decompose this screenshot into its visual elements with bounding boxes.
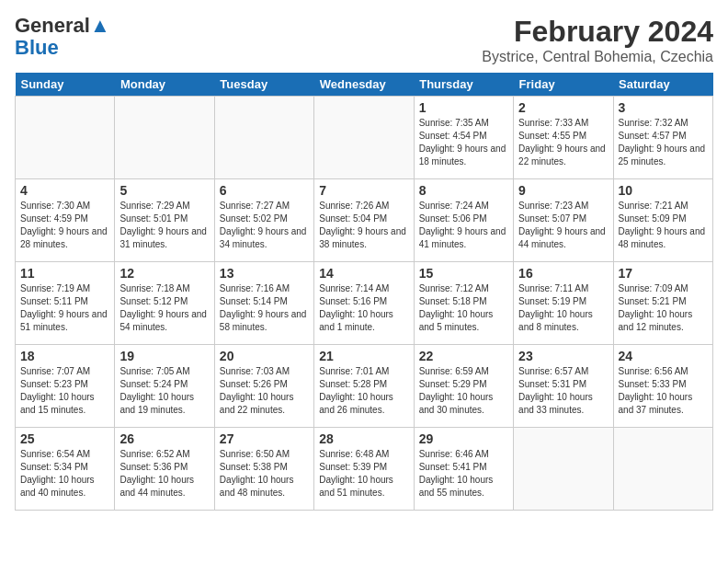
day-info: Sunrise: 7:33 AM Sunset: 4:55 PM Dayligh… bbox=[518, 117, 608, 168]
day-cell bbox=[514, 428, 613, 511]
header: General▲ Blue February 2024 Bystrice, Ce… bbox=[15, 15, 713, 65]
day-number: 11 bbox=[20, 266, 109, 281]
logo-blue: Blue bbox=[15, 36, 59, 59]
day-number: 26 bbox=[119, 431, 209, 446]
day-number: 25 bbox=[20, 431, 109, 446]
header-tuesday: Tuesday bbox=[214, 73, 313, 97]
header-wednesday: Wednesday bbox=[314, 73, 414, 97]
day-number: 4 bbox=[20, 183, 109, 198]
day-cell bbox=[16, 97, 115, 179]
day-number: 5 bbox=[119, 183, 209, 198]
day-number: 14 bbox=[319, 266, 408, 281]
day-number: 19 bbox=[119, 349, 209, 363]
week-row-5: 25Sunrise: 6:54 AM Sunset: 5:34 PM Dayli… bbox=[16, 428, 713, 511]
day-number: 28 bbox=[319, 431, 408, 446]
day-cell: 22Sunrise: 6:59 AM Sunset: 5:29 PM Dayli… bbox=[414, 345, 513, 428]
day-number: 21 bbox=[319, 349, 408, 363]
day-cell: 7Sunrise: 7:26 AM Sunset: 5:04 PM Daylig… bbox=[314, 179, 414, 262]
day-cell: 10Sunrise: 7:21 AM Sunset: 5:09 PM Dayli… bbox=[613, 179, 712, 262]
day-number: 27 bbox=[220, 431, 309, 446]
day-info: Sunrise: 7:05 AM Sunset: 5:24 PM Dayligh… bbox=[119, 365, 209, 417]
header-thursday: Thursday bbox=[414, 73, 513, 97]
day-number: 15 bbox=[419, 266, 508, 281]
day-number: 9 bbox=[518, 183, 608, 198]
header-friday: Friday bbox=[514, 73, 613, 97]
day-info: Sunrise: 6:48 AM Sunset: 5:39 PM Dayligh… bbox=[319, 448, 408, 500]
day-number: 12 bbox=[119, 266, 209, 281]
day-cell bbox=[613, 428, 712, 511]
title-area: February 2024 Bystrice, Central Bohemia,… bbox=[482, 15, 713, 65]
day-info: Sunrise: 7:03 AM Sunset: 5:26 PM Dayligh… bbox=[220, 365, 309, 417]
header-monday: Monday bbox=[115, 73, 214, 97]
day-number: 2 bbox=[518, 100, 608, 115]
logo-text: General▲ Blue bbox=[15, 15, 110, 59]
day-number: 3 bbox=[619, 100, 708, 115]
day-cell bbox=[115, 97, 214, 179]
calendar-title: February 2024 bbox=[482, 15, 713, 49]
day-number: 17 bbox=[619, 266, 708, 281]
day-number: 8 bbox=[419, 183, 508, 198]
day-number: 13 bbox=[220, 266, 309, 281]
day-info: Sunrise: 7:23 AM Sunset: 5:07 PM Dayligh… bbox=[518, 200, 608, 251]
day-number: 10 bbox=[619, 183, 708, 198]
day-info: Sunrise: 6:54 AM Sunset: 5:34 PM Dayligh… bbox=[20, 448, 109, 500]
day-number: 20 bbox=[220, 349, 309, 363]
day-number: 1 bbox=[419, 100, 508, 115]
weekday-header-row: Sunday Monday Tuesday Wednesday Thursday… bbox=[16, 73, 713, 97]
day-info: Sunrise: 7:14 AM Sunset: 5:16 PM Dayligh… bbox=[319, 282, 408, 334]
day-number: 23 bbox=[518, 349, 608, 363]
day-cell: 4Sunrise: 7:30 AM Sunset: 4:59 PM Daylig… bbox=[16, 179, 115, 262]
day-cell: 20Sunrise: 7:03 AM Sunset: 5:26 PM Dayli… bbox=[214, 345, 313, 428]
day-cell: 27Sunrise: 6:50 AM Sunset: 5:38 PM Dayli… bbox=[214, 428, 313, 511]
day-cell: 17Sunrise: 7:09 AM Sunset: 5:21 PM Dayli… bbox=[613, 262, 712, 345]
day-cell: 25Sunrise: 6:54 AM Sunset: 5:34 PM Dayli… bbox=[16, 428, 115, 511]
day-info: Sunrise: 6:59 AM Sunset: 5:29 PM Dayligh… bbox=[419, 365, 508, 417]
day-info: Sunrise: 7:29 AM Sunset: 5:01 PM Dayligh… bbox=[119, 200, 209, 251]
day-cell: 28Sunrise: 6:48 AM Sunset: 5:39 PM Dayli… bbox=[314, 428, 414, 511]
day-cell: 8Sunrise: 7:24 AM Sunset: 5:06 PM Daylig… bbox=[414, 179, 513, 262]
day-cell: 11Sunrise: 7:19 AM Sunset: 5:11 PM Dayli… bbox=[16, 262, 115, 345]
week-row-3: 11Sunrise: 7:19 AM Sunset: 5:11 PM Dayli… bbox=[16, 262, 713, 345]
day-info: Sunrise: 7:21 AM Sunset: 5:09 PM Dayligh… bbox=[619, 200, 708, 251]
day-info: Sunrise: 7:24 AM Sunset: 5:06 PM Dayligh… bbox=[419, 200, 508, 251]
day-cell: 12Sunrise: 7:18 AM Sunset: 5:12 PM Dayli… bbox=[115, 262, 214, 345]
day-info: Sunrise: 7:30 AM Sunset: 4:59 PM Dayligh… bbox=[20, 200, 109, 251]
day-info: Sunrise: 7:32 AM Sunset: 4:57 PM Dayligh… bbox=[619, 117, 708, 168]
day-cell: 21Sunrise: 7:01 AM Sunset: 5:28 PM Dayli… bbox=[314, 345, 414, 428]
day-cell: 16Sunrise: 7:11 AM Sunset: 5:19 PM Dayli… bbox=[514, 262, 613, 345]
day-number: 16 bbox=[518, 266, 608, 281]
calendar-subtitle: Bystrice, Central Bohemia, Czechia bbox=[482, 49, 713, 65]
header-saturday: Saturday bbox=[613, 73, 712, 97]
day-info: Sunrise: 6:56 AM Sunset: 5:33 PM Dayligh… bbox=[619, 365, 708, 417]
day-number: 24 bbox=[619, 349, 708, 363]
day-cell: 2Sunrise: 7:33 AM Sunset: 4:55 PM Daylig… bbox=[514, 97, 613, 179]
day-cell bbox=[314, 97, 414, 179]
day-info: Sunrise: 7:09 AM Sunset: 5:21 PM Dayligh… bbox=[619, 282, 708, 334]
day-info: Sunrise: 6:57 AM Sunset: 5:31 PM Dayligh… bbox=[518, 365, 608, 417]
day-number: 6 bbox=[220, 183, 309, 198]
day-cell: 14Sunrise: 7:14 AM Sunset: 5:16 PM Dayli… bbox=[314, 262, 414, 345]
day-cell: 9Sunrise: 7:23 AM Sunset: 5:07 PM Daylig… bbox=[514, 179, 613, 262]
header-sunday: Sunday bbox=[16, 73, 115, 97]
week-row-1: 1Sunrise: 7:35 AM Sunset: 4:54 PM Daylig… bbox=[16, 97, 713, 179]
day-info: Sunrise: 7:12 AM Sunset: 5:18 PM Dayligh… bbox=[419, 282, 508, 334]
logo-general: General bbox=[15, 14, 90, 37]
week-row-2: 4Sunrise: 7:30 AM Sunset: 4:59 PM Daylig… bbox=[16, 179, 713, 262]
day-info: Sunrise: 7:35 AM Sunset: 4:54 PM Dayligh… bbox=[419, 117, 508, 168]
day-info: Sunrise: 6:52 AM Sunset: 5:36 PM Dayligh… bbox=[119, 448, 209, 500]
logo: General▲ Blue bbox=[15, 15, 110, 59]
day-cell: 3Sunrise: 7:32 AM Sunset: 4:57 PM Daylig… bbox=[613, 97, 712, 179]
week-row-4: 18Sunrise: 7:07 AM Sunset: 5:23 PM Dayli… bbox=[16, 345, 713, 428]
day-cell: 26Sunrise: 6:52 AM Sunset: 5:36 PM Dayli… bbox=[115, 428, 214, 511]
day-info: Sunrise: 7:07 AM Sunset: 5:23 PM Dayligh… bbox=[20, 365, 109, 417]
day-info: Sunrise: 7:18 AM Sunset: 5:12 PM Dayligh… bbox=[119, 282, 209, 334]
day-info: Sunrise: 6:46 AM Sunset: 5:41 PM Dayligh… bbox=[419, 448, 508, 500]
day-cell: 13Sunrise: 7:16 AM Sunset: 5:14 PM Dayli… bbox=[214, 262, 313, 345]
day-number: 18 bbox=[20, 349, 109, 363]
day-info: Sunrise: 7:19 AM Sunset: 5:11 PM Dayligh… bbox=[20, 282, 109, 334]
day-cell: 23Sunrise: 6:57 AM Sunset: 5:31 PM Dayli… bbox=[514, 345, 613, 428]
day-cell bbox=[214, 97, 313, 179]
day-number: 22 bbox=[419, 349, 508, 363]
day-cell: 6Sunrise: 7:27 AM Sunset: 5:02 PM Daylig… bbox=[214, 179, 313, 262]
day-number: 7 bbox=[319, 183, 408, 198]
